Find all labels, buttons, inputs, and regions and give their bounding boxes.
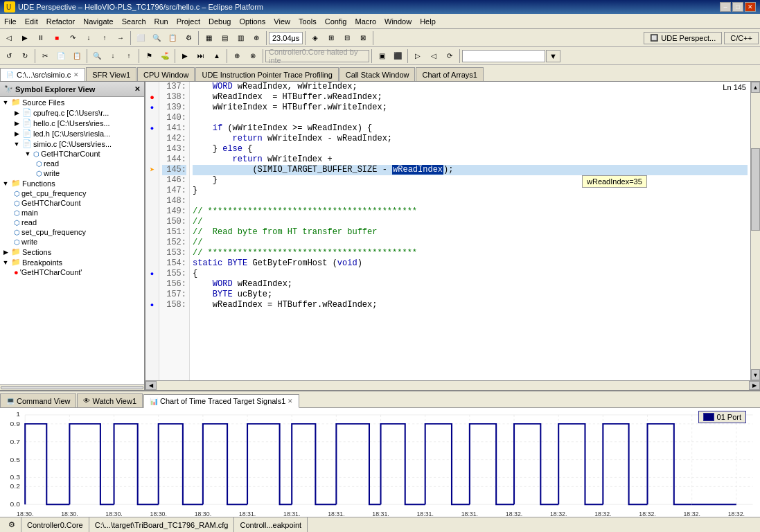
- tb-btn15[interactable]: ⊟: [339, 30, 355, 46]
- expand-cpufreq[interactable]: ▶: [12, 109, 21, 117]
- menu-file[interactable]: File: [0, 14, 21, 29]
- tb-btn7[interactable]: 📋: [165, 30, 180, 46]
- tb2-btn16[interactable]: ▣: [374, 48, 389, 64]
- tb2-btn8[interactable]: ↑: [121, 48, 136, 64]
- tree-source-files[interactable]: ▼ 📁 Source Files: [0, 97, 144, 107]
- horizontal-scrollbar-editor[interactable]: ◀ ▶: [145, 380, 760, 390]
- tab-chart-time[interactable]: 📊 Chart of Time Traced Target Signals1 ✕: [143, 394, 299, 408]
- tb2-btn18[interactable]: ▷: [410, 48, 425, 64]
- tab-simio[interactable]: 📄 C:\...\src\simio.c ✕: [0, 68, 85, 82]
- dropdown-btn[interactable]: ▼: [546, 50, 560, 62]
- tb-run[interactable]: ▶: [17, 30, 33, 46]
- expand-GetHTCharCount[interactable]: ▼: [24, 150, 32, 158]
- expand-functions[interactable]: ▼: [1, 179, 10, 188]
- scroll-thumb[interactable]: [751, 148, 760, 231]
- menu-navigate[interactable]: Navigate: [79, 14, 117, 29]
- tb2-btn9[interactable]: ⚑: [141, 48, 157, 64]
- tb2-btn2[interactable]: ↻: [17, 48, 33, 64]
- menu-project[interactable]: Project: [173, 14, 204, 29]
- code-content-area[interactable]: ● ● ● ➤ ●: [145, 82, 760, 380]
- tb2-btn12[interactable]: ⏭: [193, 48, 209, 64]
- tb2-btn15[interactable]: ⊗: [245, 48, 260, 64]
- tb2-btn1[interactable]: ↺: [1, 48, 17, 64]
- tree-write-sub[interactable]: ⬡ write: [0, 168, 144, 178]
- tree-set-cpu[interactable]: ⬡ set_cpu_frequency: [0, 227, 144, 237]
- tree-simio[interactable]: ▼ 📄 simio.c [C:\Users\ries...: [0, 139, 144, 149]
- expand-breakpoints[interactable]: ▼: [1, 258, 10, 267]
- menu-options[interactable]: Options: [235, 14, 269, 29]
- tb-btn6[interactable]: 🔍: [149, 30, 164, 46]
- menu-help[interactable]: Help: [416, 14, 440, 29]
- tab-trace[interactable]: UDE Instruction Pointer Trace Profiling: [195, 67, 338, 81]
- tb2-btn4[interactable]: 📄: [53, 48, 69, 64]
- tree-read[interactable]: ⬡ read: [0, 218, 144, 227]
- vertical-scrollbar[interactable]: ▲ ▼: [750, 82, 760, 380]
- expand-sourcefiles[interactable]: ▼: [1, 98, 10, 107]
- tree-get-cpu[interactable]: ⬡ get_cpu_frequency: [0, 188, 144, 198]
- tree-GetHTCharCount[interactable]: ▼ ⬡ GetHTCharCount: [0, 149, 144, 159]
- tab-watch[interactable]: 👁 Watch View1: [77, 393, 143, 407]
- tab-cpu[interactable]: CPU Window: [137, 67, 195, 81]
- tb2-btn19[interactable]: ◁: [426, 48, 441, 64]
- menu-view[interactable]: View: [269, 14, 294, 29]
- menu-edit[interactable]: Edit: [21, 14, 42, 29]
- tb-stop[interactable]: ■: [49, 30, 64, 46]
- horizontal-scrollbar[interactable]: [0, 384, 144, 390]
- tb-btn14[interactable]: ⊞: [324, 30, 339, 46]
- tree-hello[interactable]: ▶ 📄 hello.c [C:\Users\ries...: [0, 118, 144, 128]
- expand-hello[interactable]: ▶: [12, 119, 21, 127]
- tree-write[interactable]: ⬡ write: [0, 237, 144, 247]
- tb2-btn11[interactable]: ▶: [177, 48, 193, 64]
- menu-tools[interactable]: Tools: [294, 14, 321, 29]
- tab-callstack[interactable]: Call Stack Window: [339, 67, 416, 81]
- tb-btn8[interactable]: ⚙: [181, 30, 196, 46]
- menu-search[interactable]: Search: [118, 14, 150, 29]
- tb-btn12[interactable]: ⊕: [249, 30, 264, 46]
- expand-simio[interactable]: ▼: [12, 140, 21, 148]
- search-input[interactable]: [462, 50, 545, 62]
- scroll-right[interactable]: ▶: [749, 381, 760, 390]
- tab-arrays[interactable]: Chart of Arrays1: [416, 67, 483, 81]
- tree-led[interactable]: ▶ 📄 led.h [C:\Users\riesla...: [0, 128, 144, 139]
- tb2-btn14[interactable]: ⊕: [229, 48, 245, 64]
- tree-sections[interactable]: ▶ 📁 Sections: [0, 247, 144, 257]
- menu-config[interactable]: Config: [321, 14, 351, 29]
- menu-window[interactable]: Window: [380, 14, 416, 29]
- search-box[interactable]: Controller0.Core halted by inte: [265, 50, 369, 62]
- expand-led[interactable]: ▶: [12, 130, 21, 138]
- tab-command[interactable]: 💻 Command View: [0, 393, 76, 407]
- menu-debug[interactable]: Debug: [204, 14, 235, 29]
- tb2-btn10[interactable]: ⛳: [157, 48, 173, 64]
- language-btn[interactable]: C/C++: [724, 32, 759, 44]
- tb2-btn13[interactable]: ▲: [209, 48, 224, 64]
- tb2-btn17[interactable]: ⬛: [390, 48, 405, 64]
- tb-pause[interactable]: ⏸: [33, 30, 48, 46]
- maximize-button[interactable]: □: [732, 2, 743, 12]
- tree-bp-GetHTCharCount[interactable]: ● 'GetHTCharCount': [0, 267, 144, 277]
- chart-tab-close[interactable]: ✕: [288, 398, 293, 405]
- tree-cpufreq[interactable]: ▶ 📄 cpufreq.c [C:\Users\r...: [0, 107, 144, 118]
- tree-read-sub[interactable]: ⬡ read: [0, 159, 144, 168]
- tb-back[interactable]: ◁: [1, 30, 17, 46]
- perspective-btn[interactable]: 🔲 UDE Perspect...: [644, 32, 722, 44]
- menu-run[interactable]: Run: [150, 14, 173, 29]
- scroll-left[interactable]: ◀: [145, 381, 157, 390]
- tb2-btn7[interactable]: ↓: [105, 48, 121, 64]
- scroll-up[interactable]: ▲: [751, 82, 760, 93]
- tab-simio-close[interactable]: ✕: [73, 71, 79, 78]
- tb-btn10[interactable]: ▤: [217, 30, 232, 46]
- menu-refactor[interactable]: Refactor: [42, 14, 80, 29]
- minimize-button[interactable]: –: [720, 2, 731, 12]
- tree-main[interactable]: ⬡ main: [0, 208, 144, 218]
- menu-macro[interactable]: Macro: [351, 14, 380, 29]
- status-icon[interactable]: ⚙: [3, 517, 21, 532]
- tb-step1[interactable]: ↷: [65, 30, 80, 46]
- tb-btn13[interactable]: ◈: [308, 30, 323, 46]
- tb-step2[interactable]: ↓: [81, 30, 96, 46]
- code-lines[interactable]: WORD wReadIndex, wWriteIndex; wReadIndex…: [190, 82, 750, 380]
- tree-breakpoints[interactable]: ▼ 📁 Breakpoints: [0, 257, 144, 267]
- tb2-btn6[interactable]: 🔍: [89, 48, 105, 64]
- tb2-btn5[interactable]: 📋: [69, 48, 85, 64]
- tb2-btn20[interactable]: ⟳: [442, 48, 457, 64]
- close-button[interactable]: ✕: [745, 2, 756, 12]
